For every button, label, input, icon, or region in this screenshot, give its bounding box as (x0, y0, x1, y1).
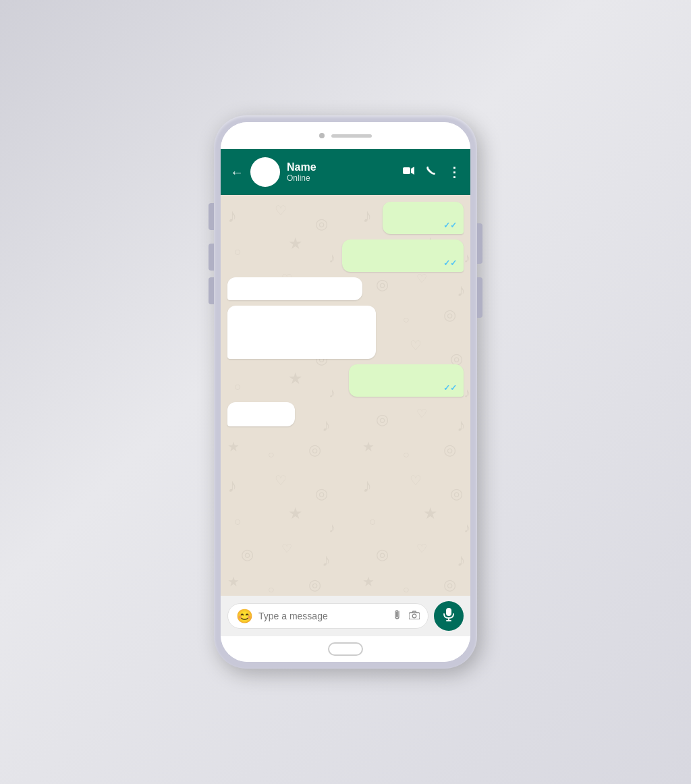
contact-status: Online (287, 173, 396, 183)
message-sent-1: ✓✓ (383, 202, 464, 234)
message-sent-3: ✓✓ (349, 364, 464, 397)
phone-top-bar (221, 122, 470, 149)
message-meta-2: ✓✓ (349, 258, 457, 268)
message-meta-3: ✓✓ (356, 383, 457, 393)
svg-rect-0 (403, 167, 410, 174)
message-text-5 (356, 370, 457, 382)
more-options-icon[interactable]: ⋮ (447, 164, 461, 180)
contact-avatar[interactable] (250, 157, 280, 187)
home-button[interactable] (328, 642, 363, 656)
message-sent-2: ✓✓ (342, 240, 464, 272)
message-text-1 (389, 207, 457, 219)
speaker-grille (331, 134, 372, 138)
message-text-6 (234, 408, 288, 422)
message-text-3 (234, 283, 356, 296)
message-received-2 (227, 306, 376, 359)
phone-device: ← Name Online (214, 115, 477, 669)
svg-rect-2 (409, 613, 420, 619)
contact-info: Name Online (287, 161, 396, 183)
mic-icon (443, 608, 454, 625)
chat-container: ← Name Online (221, 149, 470, 636)
voice-call-icon[interactable] (426, 165, 437, 179)
video-call-icon[interactable] (403, 166, 415, 178)
camera-input-icon[interactable] (409, 610, 420, 622)
message-text-2 (349, 245, 457, 257)
message-text-4 (234, 311, 369, 355)
message-received-1 (227, 277, 362, 300)
phone-screen: ← Name Online (221, 122, 470, 662)
message-meta-1: ✓✓ (389, 221, 457, 230)
double-check-2: ✓✓ (443, 258, 457, 268)
messages-area[interactable]: ✓✓ ✓✓ (221, 195, 470, 596)
message-input-wrapper[interactable]: 😊 (227, 603, 429, 629)
mic-button[interactable] (434, 601, 464, 631)
chat-header: ← Name Online (221, 149, 470, 195)
message-input[interactable] (258, 611, 389, 621)
input-bar: 😊 (221, 596, 470, 636)
message-received-3 (227, 402, 295, 426)
svg-rect-4 (446, 608, 451, 616)
contact-name: Name (287, 161, 396, 173)
attach-icon[interactable] (391, 609, 407, 624)
back-button[interactable]: ← (230, 165, 244, 180)
svg-marker-1 (411, 167, 414, 175)
header-action-icons: ⋮ (403, 164, 461, 180)
svg-point-3 (412, 614, 416, 618)
front-camera (319, 133, 325, 138)
phone-bottom-bar (221, 636, 470, 662)
emoji-button[interactable]: 😊 (236, 608, 253, 624)
double-check-3: ✓✓ (443, 383, 457, 393)
double-check-1: ✓✓ (443, 221, 457, 230)
